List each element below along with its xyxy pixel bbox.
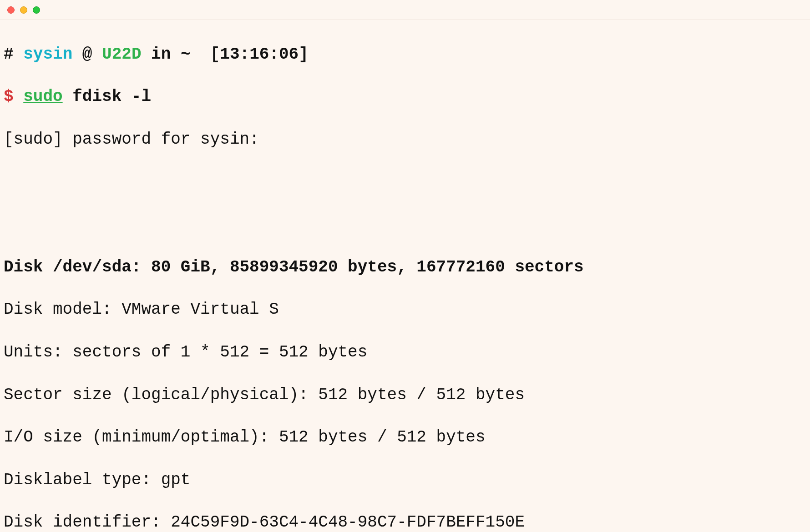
disk-a-io: I/O size (minimum/optimal): 512 bytes / … bbox=[4, 427, 806, 448]
window-titlebar bbox=[0, 0, 810, 20]
prompt-at: @ bbox=[82, 45, 92, 64]
prompt-time: [13:16:06] bbox=[210, 45, 309, 64]
disk-a-model: Disk model: VMware Virtual S bbox=[4, 299, 806, 321]
disk-a-header: Disk /dev/sda: 80 GiB, 85899345920 bytes… bbox=[4, 257, 806, 278]
sudo-password-line: [sudo] password for sysin: bbox=[4, 129, 806, 151]
disk-a-labeltype: Disklabel type: gpt bbox=[4, 470, 806, 491]
disk-a-sector: Sector size (logical/physical): 512 byte… bbox=[4, 385, 806, 406]
close-icon[interactable] bbox=[7, 6, 15, 14]
command-line: $ sudo fdisk -l bbox=[4, 86, 806, 108]
blank-line bbox=[4, 172, 806, 193]
disk-a-units: Units: sectors of 1 * 512 = 512 bytes bbox=[4, 342, 806, 363]
prompt-in: in bbox=[151, 45, 171, 64]
prompt-path: ~ bbox=[181, 45, 191, 64]
command-rest: fdisk -l bbox=[72, 87, 151, 106]
blank-line bbox=[4, 214, 806, 236]
prompt-dollar: $ bbox=[4, 87, 14, 106]
prompt-host: U22D bbox=[102, 45, 141, 64]
minimize-icon[interactable] bbox=[20, 6, 27, 14]
command-sudo: sudo bbox=[23, 87, 62, 106]
prompt-user: sysin bbox=[23, 45, 72, 64]
zoom-icon[interactable] bbox=[33, 6, 40, 14]
prompt-hash: # bbox=[4, 45, 14, 64]
terminal-output[interactable]: # sysin @ U22D in ~ [13:16:06] $ sudo fd… bbox=[0, 20, 810, 532]
disk-a-identifier: Disk identifier: 24C59F9D-63C4-4C48-98C7… bbox=[4, 512, 806, 532]
prompt-line: # sysin @ U22D in ~ [13:16:06] bbox=[4, 44, 806, 65]
